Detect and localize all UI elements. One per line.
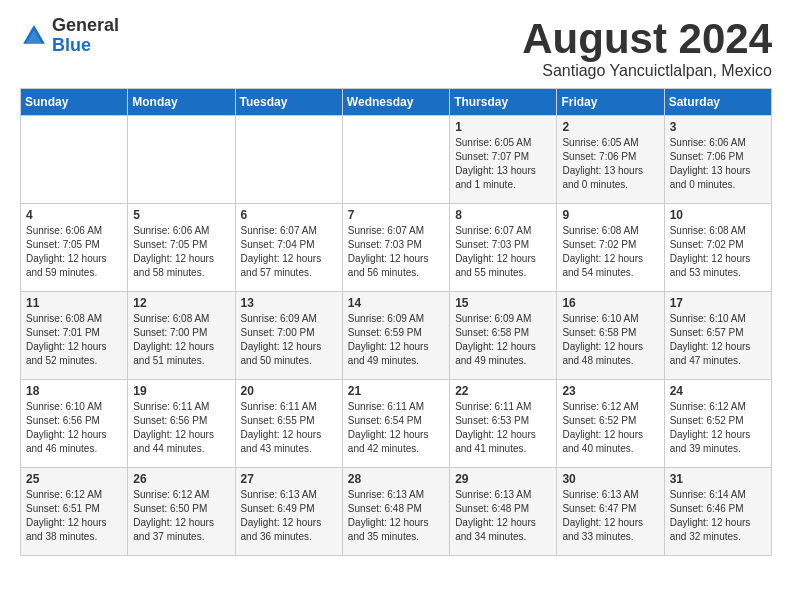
calendar-cell: 20Sunrise: 6:11 AM Sunset: 6:55 PM Dayli… bbox=[235, 380, 342, 468]
day-number: 21 bbox=[348, 384, 444, 398]
day-number: 24 bbox=[670, 384, 766, 398]
day-info: Sunrise: 6:07 AM Sunset: 7:03 PM Dayligh… bbox=[348, 224, 444, 280]
day-info: Sunrise: 6:14 AM Sunset: 6:46 PM Dayligh… bbox=[670, 488, 766, 544]
calendar-cell: 29Sunrise: 6:13 AM Sunset: 6:48 PM Dayli… bbox=[450, 468, 557, 556]
day-number: 23 bbox=[562, 384, 658, 398]
calendar-cell: 23Sunrise: 6:12 AM Sunset: 6:52 PM Dayli… bbox=[557, 380, 664, 468]
day-number: 13 bbox=[241, 296, 337, 310]
day-info: Sunrise: 6:10 AM Sunset: 6:57 PM Dayligh… bbox=[670, 312, 766, 368]
calendar-cell: 5Sunrise: 6:06 AM Sunset: 7:05 PM Daylig… bbox=[128, 204, 235, 292]
calendar-cell: 17Sunrise: 6:10 AM Sunset: 6:57 PM Dayli… bbox=[664, 292, 771, 380]
day-number: 14 bbox=[348, 296, 444, 310]
calendar-cell: 9Sunrise: 6:08 AM Sunset: 7:02 PM Daylig… bbox=[557, 204, 664, 292]
page-header: General Blue August 2024 Santiago Yancui… bbox=[20, 16, 772, 80]
day-info: Sunrise: 6:06 AM Sunset: 7:06 PM Dayligh… bbox=[670, 136, 766, 192]
day-info: Sunrise: 6:11 AM Sunset: 6:55 PM Dayligh… bbox=[241, 400, 337, 456]
day-info: Sunrise: 6:11 AM Sunset: 6:53 PM Dayligh… bbox=[455, 400, 551, 456]
day-number: 27 bbox=[241, 472, 337, 486]
day-number: 7 bbox=[348, 208, 444, 222]
calendar-cell: 1Sunrise: 6:05 AM Sunset: 7:07 PM Daylig… bbox=[450, 116, 557, 204]
calendar-cell: 25Sunrise: 6:12 AM Sunset: 6:51 PM Dayli… bbox=[21, 468, 128, 556]
calendar-cell: 28Sunrise: 6:13 AM Sunset: 6:48 PM Dayli… bbox=[342, 468, 449, 556]
weekday-header-wednesday: Wednesday bbox=[342, 89, 449, 116]
calendar-cell: 15Sunrise: 6:09 AM Sunset: 6:58 PM Dayli… bbox=[450, 292, 557, 380]
weekday-header-tuesday: Tuesday bbox=[235, 89, 342, 116]
weekday-header-row: SundayMondayTuesdayWednesdayThursdayFrid… bbox=[21, 89, 772, 116]
day-number: 3 bbox=[670, 120, 766, 134]
logo: General Blue bbox=[20, 16, 119, 56]
day-number: 10 bbox=[670, 208, 766, 222]
day-info: Sunrise: 6:08 AM Sunset: 7:02 PM Dayligh… bbox=[562, 224, 658, 280]
location-title: Santiago Yancuictlalpan, Mexico bbox=[522, 62, 772, 80]
calendar-cell: 8Sunrise: 6:07 AM Sunset: 7:03 PM Daylig… bbox=[450, 204, 557, 292]
day-number: 8 bbox=[455, 208, 551, 222]
calendar-cell bbox=[235, 116, 342, 204]
calendar-cell: 22Sunrise: 6:11 AM Sunset: 6:53 PM Dayli… bbox=[450, 380, 557, 468]
calendar-cell: 7Sunrise: 6:07 AM Sunset: 7:03 PM Daylig… bbox=[342, 204, 449, 292]
calendar-cell: 21Sunrise: 6:11 AM Sunset: 6:54 PM Dayli… bbox=[342, 380, 449, 468]
calendar-week-row: 18Sunrise: 6:10 AM Sunset: 6:56 PM Dayli… bbox=[21, 380, 772, 468]
day-info: Sunrise: 6:09 AM Sunset: 6:58 PM Dayligh… bbox=[455, 312, 551, 368]
calendar-cell: 27Sunrise: 6:13 AM Sunset: 6:49 PM Dayli… bbox=[235, 468, 342, 556]
calendar-cell: 12Sunrise: 6:08 AM Sunset: 7:00 PM Dayli… bbox=[128, 292, 235, 380]
day-number: 18 bbox=[26, 384, 122, 398]
day-number: 29 bbox=[455, 472, 551, 486]
calendar-cell bbox=[21, 116, 128, 204]
calendar-cell: 26Sunrise: 6:12 AM Sunset: 6:50 PM Dayli… bbox=[128, 468, 235, 556]
day-info: Sunrise: 6:05 AM Sunset: 7:06 PM Dayligh… bbox=[562, 136, 658, 192]
day-info: Sunrise: 6:13 AM Sunset: 6:47 PM Dayligh… bbox=[562, 488, 658, 544]
day-number: 15 bbox=[455, 296, 551, 310]
day-info: Sunrise: 6:08 AM Sunset: 7:02 PM Dayligh… bbox=[670, 224, 766, 280]
weekday-header-saturday: Saturday bbox=[664, 89, 771, 116]
day-info: Sunrise: 6:11 AM Sunset: 6:54 PM Dayligh… bbox=[348, 400, 444, 456]
day-number: 28 bbox=[348, 472, 444, 486]
logo-icon bbox=[20, 22, 48, 50]
calendar-cell: 6Sunrise: 6:07 AM Sunset: 7:04 PM Daylig… bbox=[235, 204, 342, 292]
day-info: Sunrise: 6:08 AM Sunset: 7:00 PM Dayligh… bbox=[133, 312, 229, 368]
day-number: 26 bbox=[133, 472, 229, 486]
day-info: Sunrise: 6:06 AM Sunset: 7:05 PM Dayligh… bbox=[133, 224, 229, 280]
day-number: 5 bbox=[133, 208, 229, 222]
calendar-cell: 30Sunrise: 6:13 AM Sunset: 6:47 PM Dayli… bbox=[557, 468, 664, 556]
day-number: 9 bbox=[562, 208, 658, 222]
weekday-header-friday: Friday bbox=[557, 89, 664, 116]
calendar-cell bbox=[128, 116, 235, 204]
logo-general-text: General bbox=[52, 16, 119, 36]
calendar-cell: 16Sunrise: 6:10 AM Sunset: 6:58 PM Dayli… bbox=[557, 292, 664, 380]
day-number: 25 bbox=[26, 472, 122, 486]
day-info: Sunrise: 6:10 AM Sunset: 6:56 PM Dayligh… bbox=[26, 400, 122, 456]
weekday-header-thursday: Thursday bbox=[450, 89, 557, 116]
day-number: 16 bbox=[562, 296, 658, 310]
calendar-cell: 18Sunrise: 6:10 AM Sunset: 6:56 PM Dayli… bbox=[21, 380, 128, 468]
day-info: Sunrise: 6:07 AM Sunset: 7:03 PM Dayligh… bbox=[455, 224, 551, 280]
day-number: 1 bbox=[455, 120, 551, 134]
day-number: 31 bbox=[670, 472, 766, 486]
calendar-cell: 31Sunrise: 6:14 AM Sunset: 6:46 PM Dayli… bbox=[664, 468, 771, 556]
calendar-cell: 10Sunrise: 6:08 AM Sunset: 7:02 PM Dayli… bbox=[664, 204, 771, 292]
day-info: Sunrise: 6:13 AM Sunset: 6:48 PM Dayligh… bbox=[455, 488, 551, 544]
day-info: Sunrise: 6:09 AM Sunset: 6:59 PM Dayligh… bbox=[348, 312, 444, 368]
weekday-header-sunday: Sunday bbox=[21, 89, 128, 116]
day-number: 22 bbox=[455, 384, 551, 398]
day-number: 12 bbox=[133, 296, 229, 310]
calendar-cell: 24Sunrise: 6:12 AM Sunset: 6:52 PM Dayli… bbox=[664, 380, 771, 468]
calendar-cell: 13Sunrise: 6:09 AM Sunset: 7:00 PM Dayli… bbox=[235, 292, 342, 380]
day-number: 30 bbox=[562, 472, 658, 486]
day-info: Sunrise: 6:12 AM Sunset: 6:52 PM Dayligh… bbox=[670, 400, 766, 456]
weekday-header-monday: Monday bbox=[128, 89, 235, 116]
day-number: 4 bbox=[26, 208, 122, 222]
calendar-table: SundayMondayTuesdayWednesdayThursdayFrid… bbox=[20, 88, 772, 556]
day-number: 19 bbox=[133, 384, 229, 398]
day-info: Sunrise: 6:05 AM Sunset: 7:07 PM Dayligh… bbox=[455, 136, 551, 192]
calendar-cell: 14Sunrise: 6:09 AM Sunset: 6:59 PM Dayli… bbox=[342, 292, 449, 380]
day-number: 6 bbox=[241, 208, 337, 222]
calendar-cell: 3Sunrise: 6:06 AM Sunset: 7:06 PM Daylig… bbox=[664, 116, 771, 204]
month-title: August 2024 bbox=[522, 16, 772, 62]
day-info: Sunrise: 6:06 AM Sunset: 7:05 PM Dayligh… bbox=[26, 224, 122, 280]
day-info: Sunrise: 6:08 AM Sunset: 7:01 PM Dayligh… bbox=[26, 312, 122, 368]
day-number: 2 bbox=[562, 120, 658, 134]
day-info: Sunrise: 6:11 AM Sunset: 6:56 PM Dayligh… bbox=[133, 400, 229, 456]
day-number: 11 bbox=[26, 296, 122, 310]
day-info: Sunrise: 6:10 AM Sunset: 6:58 PM Dayligh… bbox=[562, 312, 658, 368]
calendar-cell: 4Sunrise: 6:06 AM Sunset: 7:05 PM Daylig… bbox=[21, 204, 128, 292]
